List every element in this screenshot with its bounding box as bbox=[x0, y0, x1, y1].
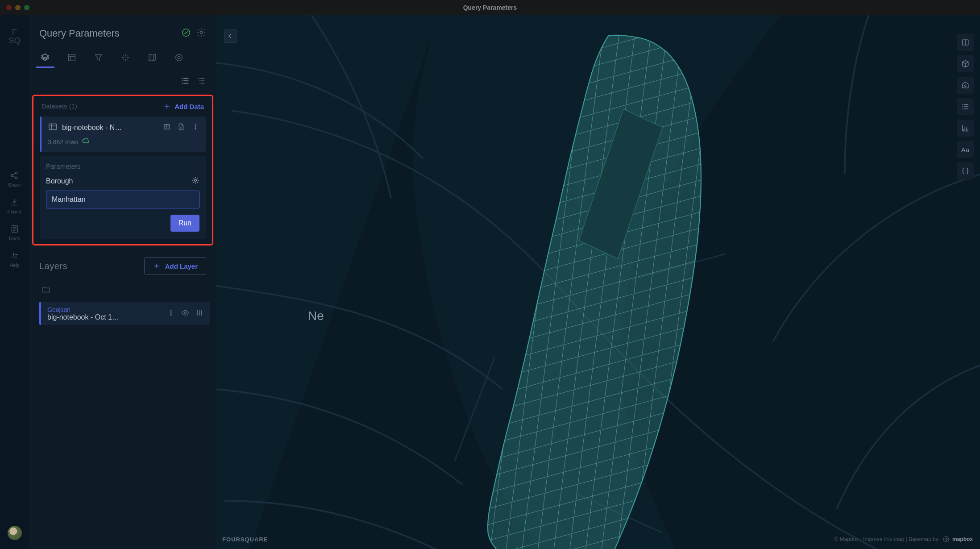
sidebar-item-label: Share bbox=[8, 182, 21, 187]
slack-icon bbox=[10, 251, 20, 261]
sidebar-item-share[interactable]: Share bbox=[8, 171, 21, 187]
plus-icon bbox=[153, 262, 161, 270]
left-rail: F SQ Share Export Docs Help bbox=[0, 15, 29, 549]
collapse-panel-button[interactable] bbox=[224, 29, 237, 43]
tab-layers[interactable] bbox=[38, 50, 52, 65]
datasets-section-highlight: Datasets (1) Add Data big-notebook - N… bbox=[32, 95, 213, 245]
map-area[interactable]: Ne Aa FOURSQUARE bbox=[216, 15, 980, 549]
map-geocoder-button[interactable] bbox=[957, 77, 974, 94]
app-logo[interactable]: F SQ bbox=[8, 28, 21, 45]
plus-icon bbox=[163, 102, 171, 110]
dataset-more-button[interactable] bbox=[191, 123, 199, 133]
tab-columns[interactable] bbox=[65, 50, 79, 65]
dataset-card[interactable]: big-notebook - N… SQL 3,862 bbox=[40, 116, 206, 152]
dataset-name: big-notebook - N… bbox=[62, 124, 122, 132]
layer-name: big-notebook - Oct 1… bbox=[47, 313, 119, 321]
docs-icon bbox=[10, 224, 20, 234]
close-window-button[interactable] bbox=[6, 5, 12, 10]
dataset-row-count: 3,862 rows bbox=[48, 138, 78, 146]
map-json-button[interactable] bbox=[957, 162, 974, 179]
map-chart-button[interactable] bbox=[957, 120, 974, 137]
add-layer-button[interactable]: Add Layer bbox=[144, 257, 206, 275]
parameter-settings-button[interactable] bbox=[191, 176, 199, 186]
panel-tabs bbox=[29, 50, 216, 65]
layer-more-button[interactable] bbox=[167, 309, 175, 319]
map-watermark: FOURSQUARE bbox=[222, 536, 268, 543]
tab-filters[interactable] bbox=[92, 50, 105, 65]
share-icon bbox=[9, 171, 19, 180]
map-canvas bbox=[216, 15, 980, 549]
svg-point-13 bbox=[195, 126, 196, 127]
minimize-window-button[interactable] bbox=[15, 5, 21, 10]
svg-point-0 bbox=[11, 175, 13, 177]
app-body: F SQ Share Export Docs Help Query Parame… bbox=[0, 15, 980, 549]
svg-point-18 bbox=[170, 314, 171, 315]
sidebar-item-label: Export bbox=[8, 209, 22, 214]
svg-point-8 bbox=[178, 56, 180, 59]
window-controls bbox=[6, 5, 29, 10]
side-panel: Query Parameters bbox=[29, 15, 216, 549]
svg-point-15 bbox=[195, 179, 197, 182]
sidebar-item-export[interactable]: Export bbox=[8, 197, 22, 214]
sidebar-item-help[interactable]: Help bbox=[9, 251, 20, 268]
tab-analysis[interactable] bbox=[172, 50, 186, 65]
attribution-brand[interactable]: mapbox bbox=[952, 536, 973, 542]
map-text-button[interactable]: Aa bbox=[957, 141, 974, 158]
nested-list-view-button[interactable] bbox=[196, 76, 206, 87]
titlebar: Query Parameters bbox=[0, 0, 980, 15]
svg-point-23 bbox=[943, 537, 949, 542]
layers-header: Layers bbox=[39, 261, 67, 271]
svg-point-19 bbox=[184, 312, 187, 314]
svg-point-7 bbox=[176, 54, 183, 61]
attribution-text[interactable]: © Mapbox | Improve this map | Basemap by… bbox=[834, 536, 940, 542]
add-data-label: Add Data bbox=[174, 103, 204, 110]
cloud-sync-icon bbox=[82, 137, 90, 146]
mapbox-logo-icon bbox=[943, 536, 950, 543]
tab-basemap[interactable] bbox=[145, 50, 159, 65]
download-icon bbox=[9, 197, 19, 207]
panel-title: Query Parameters bbox=[39, 28, 176, 39]
svg-rect-9 bbox=[49, 124, 57, 130]
sidebar-item-label: Help bbox=[9, 262, 20, 268]
status-ok-icon bbox=[181, 28, 191, 39]
list-view-button[interactable] bbox=[180, 76, 190, 87]
run-button[interactable]: Run bbox=[170, 215, 199, 232]
dataset-type-icon bbox=[48, 122, 58, 133]
map-3d-button[interactable] bbox=[957, 55, 974, 72]
layer-type: Geojson bbox=[47, 306, 119, 313]
layer-settings-button[interactable] bbox=[195, 309, 203, 319]
svg-point-16 bbox=[170, 310, 171, 311]
chevron-left-icon bbox=[226, 32, 234, 40]
layer-group-button[interactable] bbox=[29, 282, 216, 299]
svg-text:SQL: SQL bbox=[180, 127, 183, 129]
svg-rect-6 bbox=[69, 54, 75, 61]
add-layer-label: Add Layer bbox=[165, 262, 198, 270]
datasets-header: Datasets (1) bbox=[42, 103, 77, 110]
dataset-sql-icon[interactable]: SQL bbox=[177, 123, 185, 133]
svg-point-5 bbox=[200, 31, 203, 34]
svg-point-1 bbox=[16, 172, 18, 174]
svg-point-14 bbox=[195, 128, 196, 129]
map-legend-button[interactable] bbox=[957, 98, 974, 115]
svg-point-12 bbox=[195, 124, 196, 125]
dataset-table-button[interactable] bbox=[163, 123, 171, 133]
map-right-toolbar: Aa bbox=[957, 34, 974, 179]
maximize-window-button[interactable] bbox=[24, 5, 29, 10]
parameter-input-borough[interactable] bbox=[46, 191, 199, 208]
tab-interactions[interactable] bbox=[119, 50, 132, 65]
sidebar-item-label: Docs bbox=[9, 236, 20, 241]
svg-point-22 bbox=[964, 85, 966, 86]
parameters-card: Parameters Borough Run bbox=[40, 156, 206, 239]
user-avatar[interactable] bbox=[8, 526, 22, 540]
layer-card[interactable]: Geojson big-notebook - Oct 1… bbox=[39, 302, 210, 325]
parameter-label: Borough bbox=[46, 177, 188, 185]
svg-point-2 bbox=[16, 177, 18, 179]
panel-settings-button[interactable] bbox=[196, 28, 206, 39]
map-split-button[interactable] bbox=[957, 34, 974, 51]
sidebar-item-docs[interactable]: Docs bbox=[9, 224, 20, 241]
map-attribution: © Mapbox | Improve this map | Basemap by… bbox=[834, 536, 973, 543]
layer-visibility-button[interactable] bbox=[181, 309, 189, 319]
add-data-button[interactable]: Add Data bbox=[163, 102, 204, 110]
svg-point-17 bbox=[170, 312, 171, 313]
map-city-label: Ne bbox=[308, 309, 324, 323]
